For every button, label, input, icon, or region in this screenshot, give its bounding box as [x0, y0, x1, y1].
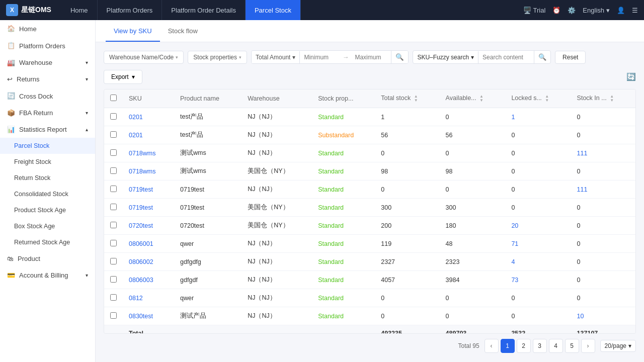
settings-icon[interactable]: ⚙️ [568, 7, 576, 14]
row-checkbox[interactable] [110, 167, 117, 174]
search-button[interactable]: 🔍 [534, 51, 550, 63]
select-all-checkbox[interactable] [110, 95, 117, 101]
row-checkbox[interactable] [110, 149, 117, 156]
tab-stock-flow[interactable]: Stock flow [160, 20, 206, 42]
next-page-button[interactable]: › [581, 339, 595, 353]
per-page-selector[interactable]: 20/page ▾ [600, 340, 636, 352]
row-checkbox[interactable] [110, 113, 117, 120]
maximum-input[interactable] [351, 51, 391, 63]
page-btn-2[interactable]: 2 [517, 339, 531, 353]
sidebar-item-consolidated-stock[interactable]: Consolidated Stock [0, 186, 95, 202]
sidebar-item-cross-dock[interactable]: 🔄 Cross Dock [0, 87, 95, 105]
locked-link[interactable]: 20 [511, 222, 518, 229]
th-available[interactable]: Available... ▲▼ [440, 89, 506, 108]
locked-link[interactable]: 71 [511, 240, 518, 247]
row-checkbox-cell[interactable] [104, 180, 123, 199]
row-checkbox[interactable] [110, 186, 117, 192]
nav-tab-platform-order-details[interactable]: Platform Order Details [162, 0, 246, 20]
page-btn-3[interactable]: 3 [533, 339, 547, 353]
sku-search-type-selector[interactable]: SKU–Fuzzy search ▾ [413, 51, 478, 63]
menu-icon[interactable]: ☰ [632, 7, 638, 14]
row-checkbox-cell[interactable] [104, 253, 123, 271]
sidebar-item-return-stock[interactable]: Return Stock [0, 170, 95, 186]
locked-link[interactable]: 73 [511, 277, 518, 284]
sku-link[interactable]: 0718wms [129, 150, 156, 157]
sku-link[interactable]: 0719test [129, 186, 153, 193]
row-checkbox[interactable] [110, 131, 117, 138]
search-content-input[interactable] [478, 51, 534, 63]
sidebar-item-box-stock-age[interactable]: Box Stock Age [0, 218, 95, 234]
stock-in-link[interactable]: 111 [577, 186, 588, 193]
reset-button[interactable]: Reset [555, 51, 586, 64]
row-checkbox-cell[interactable] [104, 144, 123, 162]
row-checkbox[interactable] [110, 294, 117, 301]
language-selector[interactable]: English ▾ [583, 7, 610, 14]
row-checkbox[interactable] [110, 204, 117, 210]
th-stock-in[interactable]: Stock In ... ▲▼ [571, 89, 635, 108]
row-checkbox-cell[interactable] [104, 307, 123, 325]
th-total-stock[interactable]: Total stock ▲▼ [375, 89, 439, 108]
sidebar-item-freight-stock[interactable]: Freight Stock [0, 154, 95, 170]
sidebar-item-platform-orders[interactable]: 📋 Platform Orders [0, 37, 95, 54]
sku-link[interactable]: 0806002 [129, 258, 153, 265]
user-avatar[interactable]: 👤 [617, 7, 625, 14]
sidebar-item-product[interactable]: 🛍 Product [0, 250, 95, 267]
select-all-header[interactable] [104, 89, 123, 108]
sidebar-item-product-stock-age[interactable]: Product Stock Age [0, 202, 95, 218]
sku-link[interactable]: 0830test [129, 313, 153, 320]
sku-link[interactable]: 0812 [129, 295, 143, 302]
th-sku: SKU [123, 89, 174, 108]
sidebar-item-fba-return[interactable]: 📦 FBA Return ▾ [0, 105, 95, 121]
row-checkbox[interactable] [110, 276, 117, 283]
row-checkbox-cell[interactable] [104, 235, 123, 253]
sidebar-item-account-billing[interactable]: 💳 Account & Billing ▾ [0, 267, 95, 284]
sku-link[interactable]: 0806001 [129, 240, 153, 247]
nav-tab-home[interactable]: Home [61, 0, 98, 20]
sku-link[interactable]: 0806003 [129, 277, 153, 284]
row-checkbox[interactable] [110, 258, 117, 264]
sku-link[interactable]: 0201 [129, 132, 143, 139]
page-btn-4[interactable]: 4 [549, 339, 563, 353]
page-btn-1[interactable]: 1 [501, 339, 515, 353]
row-checkbox-cell[interactable] [104, 289, 123, 307]
main-layout: 🏠 Home 📋 Platform Orders 🏭 Warehouse ▾ ↩… [0, 20, 644, 362]
row-checkbox-cell[interactable] [104, 199, 123, 217]
sku-link[interactable]: 0720test [129, 222, 153, 229]
row-checkbox-cell[interactable] [104, 271, 123, 289]
th-locked[interactable]: Locked s... ▲▼ [505, 89, 571, 108]
warehouse-filter[interactable]: Warehouse Name/Code ▾ [104, 51, 184, 64]
nav-tab-platform-orders[interactable]: Platform Orders [98, 0, 163, 20]
refresh-button[interactable]: 🔄 [626, 72, 636, 81]
sidebar-item-home[interactable]: 🏠 Home [0, 20, 95, 37]
row-checkbox-cell[interactable] [104, 162, 123, 180]
row-checkbox-cell[interactable] [104, 217, 123, 235]
sidebar-item-returned-stock-age[interactable]: Returned Stock Age [0, 234, 95, 250]
prev-page-button[interactable]: ‹ [485, 339, 499, 353]
trial-badge[interactable]: 🖥️ Trial [523, 7, 546, 14]
nav-tab-parcel-stock[interactable]: Parcel Stock [246, 0, 301, 20]
page-btn-5[interactable]: 5 [565, 339, 579, 353]
sku-link[interactable]: 0201 [129, 114, 143, 121]
stock-in-link[interactable]: 111 [577, 150, 588, 157]
locked-link[interactable]: 4 [511, 258, 515, 265]
minimum-input[interactable] [300, 51, 340, 63]
sidebar-item-statistics-report[interactable]: 📊 Statistics Report ▴ [0, 121, 95, 138]
amount-type-selector[interactable]: Total Amount ▾ [252, 51, 300, 63]
export-button[interactable]: Export ▾ [104, 70, 142, 84]
sku-link[interactable]: 0719test [129, 204, 153, 211]
sidebar-item-returns[interactable]: ↩ Returns ▾ [0, 71, 95, 87]
row-checkbox-cell[interactable] [104, 108, 123, 126]
row-checkbox[interactable] [110, 240, 117, 246]
sidebar-item-parcel-stock[interactable]: Parcel Stock [0, 138, 95, 154]
row-checkbox[interactable] [110, 312, 117, 319]
amount-search-button[interactable]: 🔍 [391, 51, 408, 63]
row-checkbox[interactable] [110, 222, 117, 228]
tab-view-by-sku[interactable]: View by SKU [106, 20, 160, 42]
row-checkbox-cell[interactable] [104, 126, 123, 144]
stock-in-link[interactable]: 10 [577, 313, 584, 320]
notifications-icon[interactable]: ⏰ [552, 7, 560, 14]
sku-link[interactable]: 0718wms [129, 168, 156, 175]
stock-properties-filter[interactable]: Stock properties ▾ [188, 51, 247, 64]
sidebar-item-warehouse[interactable]: 🏭 Warehouse ▾ [0, 54, 95, 71]
locked-link[interactable]: 1 [511, 114, 515, 121]
